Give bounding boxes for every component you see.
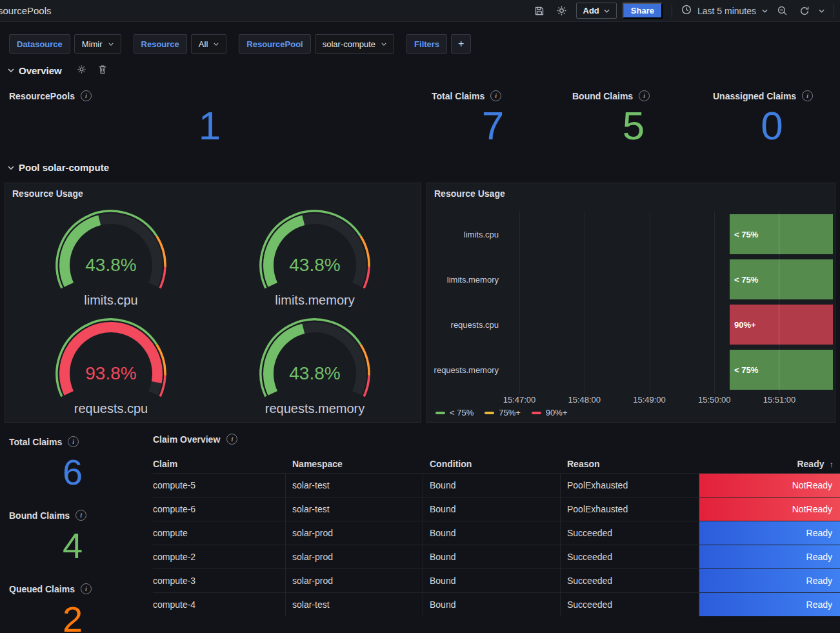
resourcepool-variable: ResourcePool solar-compute bbox=[239, 34, 394, 54]
row-delete-trash-icon[interactable] bbox=[98, 65, 107, 76]
cell-condition: Bound bbox=[423, 593, 561, 616]
gauge-label: limits.memory bbox=[275, 293, 354, 308]
row-header-overview[interactable]: Overview bbox=[8, 65, 107, 76]
column-header-ready-label: Ready bbox=[797, 459, 824, 469]
stat-title: Total Claims bbox=[432, 91, 485, 101]
add-button-label: Add bbox=[583, 6, 599, 15]
legend-item[interactable]: 75%+ bbox=[485, 408, 521, 417]
panel-title[interactable]: Claim Overview bbox=[153, 434, 220, 445]
info-icon[interactable] bbox=[81, 90, 92, 101]
nav-divider bbox=[672, 5, 672, 17]
claim-overview-panel: Claim Overview Claim Namespace Condition… bbox=[145, 426, 840, 633]
info-icon[interactable] bbox=[68, 436, 79, 447]
resource-select[interactable]: All bbox=[191, 34, 226, 54]
share-button-label: Share bbox=[631, 6, 654, 15]
timeline-state-label: < 75% bbox=[734, 230, 758, 239]
datasource-label[interactable]: Datasource bbox=[9, 34, 70, 54]
cell-claim: compute-3 bbox=[153, 569, 286, 592]
resourcepool-label[interactable]: ResourcePool bbox=[239, 34, 310, 54]
table-row[interactable]: compute-2solar-prodBoundSucceededReady bbox=[153, 545, 840, 568]
info-icon[interactable] bbox=[75, 510, 86, 521]
gauge-requests-cpu: 93.8% requests.cpu bbox=[9, 310, 213, 418]
stat-title: Total Claims bbox=[9, 437, 62, 447]
add-panel-button[interactable]: Add bbox=[576, 3, 617, 19]
row-settings-gear-icon[interactable] bbox=[77, 65, 86, 76]
column-header-condition[interactable]: Condition bbox=[423, 455, 561, 473]
timeline-row-label: limits.memory bbox=[427, 275, 499, 285]
table-row[interactable]: compute-6solar-testBoundPoolExhaustedNot… bbox=[153, 497, 840, 521]
info-icon[interactable] bbox=[490, 90, 501, 101]
row-header-pool[interactable]: Pool solar-compute bbox=[8, 162, 109, 173]
zoom-out-time-button[interactable] bbox=[774, 3, 790, 19]
info-icon[interactable] bbox=[81, 583, 92, 594]
cell-reason: Succeeded bbox=[561, 569, 699, 592]
stat-panel-unassigned-claims: Unassigned Claims 0 bbox=[704, 83, 840, 144]
filters-label[interactable]: Filters bbox=[406, 34, 447, 54]
top-navigation: sourcePools Add Share Last 5 minutes bbox=[0, 0, 840, 22]
row-title-overview: Overview bbox=[19, 65, 62, 76]
share-button[interactable]: Share bbox=[623, 3, 663, 19]
legend-label: < 75% bbox=[450, 408, 474, 417]
x-axis-tick-label: 15:47:00 bbox=[490, 395, 548, 405]
time-range-picker[interactable]: Last 5 minutes bbox=[681, 5, 768, 17]
timeline-state-label: < 75% bbox=[734, 365, 758, 375]
stat-value: 2 bbox=[0, 603, 145, 633]
x-axis-tick-label: 15:51:00 bbox=[750, 395, 808, 405]
table-row[interactable]: compute-3solar-prodBoundSucceededReady bbox=[153, 568, 840, 592]
cell-condition: Bound bbox=[423, 569, 561, 592]
timeline-gridline-overlay bbox=[779, 214, 779, 254]
timeline-plot: limits.cpu< 75%limits.memory< 75%request… bbox=[427, 206, 831, 395]
column-header-reason[interactable]: Reason bbox=[561, 455, 699, 473]
timeline-row-label: requests.memory bbox=[427, 365, 499, 375]
time-range-label: Last 5 minutes bbox=[697, 6, 756, 16]
gauge-limits-memory: 43.8% limits.memory bbox=[213, 201, 417, 310]
cell-claim: compute-6 bbox=[153, 497, 286, 521]
legend-item[interactable]: 90%+ bbox=[532, 408, 568, 417]
resourcepool-select[interactable]: solar-compute bbox=[315, 34, 394, 54]
refresh-icon bbox=[799, 6, 810, 16]
table-row[interactable]: compute-4solar-testBoundSucceededReady bbox=[153, 592, 840, 616]
stat-panel-total-claims: Total Claims 7 bbox=[423, 83, 563, 144]
save-dashboard-button[interactable] bbox=[531, 3, 548, 19]
legend-item[interactable]: < 75% bbox=[435, 408, 474, 417]
table-row[interactable]: compute-5solar-testBoundPoolExhaustedNot… bbox=[153, 473, 840, 497]
cell-reason: PoolExhausted bbox=[561, 474, 699, 497]
panel-title[interactable]: Resource Usage bbox=[427, 183, 835, 201]
cell-claim: compute-4 bbox=[153, 593, 286, 616]
datasource-select[interactable]: Mimir bbox=[74, 34, 121, 54]
timeline-legend: < 75%75%+90%+ bbox=[435, 408, 567, 417]
gauge-value: 43.8% bbox=[85, 255, 136, 275]
column-header-claim[interactable]: Claim bbox=[153, 455, 286, 473]
column-header-namespace[interactable]: Namespace bbox=[286, 455, 423, 473]
stat-title: ResourcePools bbox=[9, 91, 75, 101]
info-icon[interactable] bbox=[639, 90, 650, 101]
legend-color-dash bbox=[485, 412, 494, 414]
datasource-value: Mimir bbox=[82, 39, 103, 49]
gauge-label: requests.memory bbox=[265, 401, 365, 416]
column-header-ready[interactable]: Ready ↑ bbox=[699, 455, 840, 473]
chevron-down-icon bbox=[214, 43, 219, 46]
info-icon[interactable] bbox=[802, 90, 813, 101]
cell-ready-status: NotReady bbox=[699, 497, 840, 521]
cell-ready-status: Ready bbox=[699, 593, 840, 616]
refresh-button[interactable] bbox=[796, 3, 813, 19]
add-filter-button[interactable]: + bbox=[451, 34, 471, 54]
stat-value: 0 bbox=[704, 108, 840, 144]
panel-title[interactable]: Resource Usage bbox=[5, 183, 421, 201]
cell-ready-status: NotReady bbox=[699, 474, 840, 497]
cell-reason: Succeeded bbox=[561, 545, 699, 568]
resource-label[interactable]: Resource bbox=[134, 34, 187, 54]
resource-variable: Resource All bbox=[134, 34, 227, 54]
table-row[interactable]: computesolar-prodBoundSucceededReady bbox=[153, 521, 840, 545]
info-icon[interactable] bbox=[226, 434, 237, 445]
stat-value: 7 bbox=[423, 108, 563, 144]
stat-title: Queued Claims bbox=[9, 584, 75, 594]
stat-title: Unassigned Claims bbox=[713, 91, 796, 101]
cell-reason: Succeeded bbox=[561, 593, 699, 616]
gauge-panel: Resource Usage 43.8% limits.cpu 43.8% li… bbox=[5, 183, 421, 423]
refresh-interval-dropdown[interactable] bbox=[819, 9, 825, 13]
dashboard-settings-button[interactable] bbox=[554, 3, 570, 19]
table-header-row: Claim Namespace Condition Reason Ready ↑ bbox=[153, 455, 840, 473]
stat-panel-bound-claims-pool: Bound Claims 4 bbox=[0, 502, 145, 562]
dashboard-title: sourcePools bbox=[0, 5, 52, 16]
